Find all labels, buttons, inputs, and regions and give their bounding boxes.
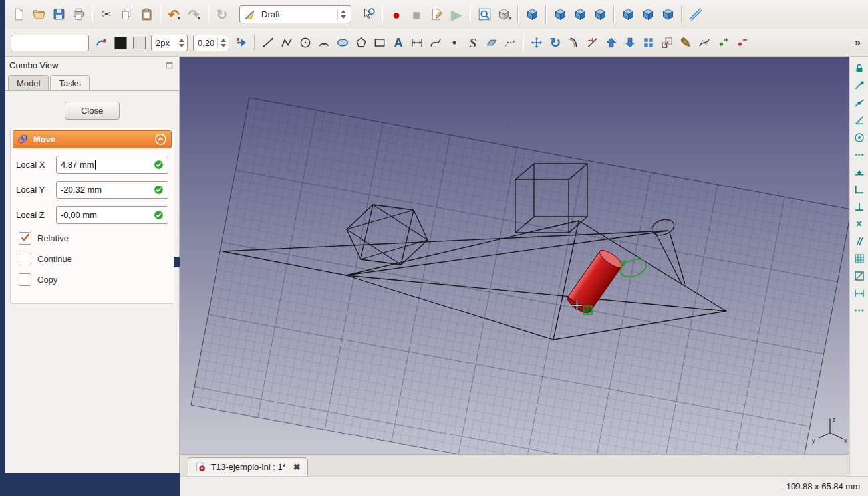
new-document-button[interactable] — [9, 5, 28, 24]
local-y-input[interactable]: -20,32 mm — [56, 181, 168, 199]
command-input[interactable] — [11, 35, 89, 51]
line-width-spinner[interactable]: 2px — [151, 35, 188, 51]
undo-button[interactable]: ↶▾ — [165, 5, 184, 24]
apply-style-button[interactable] — [233, 34, 250, 51]
draft-arc-button[interactable] — [315, 34, 333, 51]
print-document-button[interactable] — [69, 5, 88, 24]
snap-dimensions-button[interactable] — [851, 285, 867, 301]
snap-center-button[interactable] — [851, 130, 867, 145]
draft-upgrade-button[interactable] — [603, 34, 620, 51]
snap-endpoint-button[interactable] — [851, 78, 867, 93]
measure-distance-button[interactable] — [686, 5, 705, 24]
draft-polygon-button[interactable] — [353, 34, 370, 51]
workbench-selector[interactable]: Draft — [239, 5, 351, 23]
close-document-icon[interactable]: ✖ — [293, 462, 301, 472]
local-z-input[interactable]: -0,00 mm — [56, 206, 168, 224]
open-document-button[interactable] — [29, 5, 48, 24]
cut-button[interactable]: ✂ — [97, 5, 116, 24]
tab-tasks[interactable]: Tasks — [50, 75, 89, 91]
snap-angle-button[interactable] — [851, 112, 867, 128]
draft-move-button[interactable] — [528, 34, 545, 51]
panel-float-icon[interactable] — [165, 61, 174, 70]
toolbar-overflow-indicator[interactable]: » — [851, 37, 864, 49]
refresh-button[interactable]: ↻ — [213, 5, 231, 24]
draft-line-button[interactable] — [259, 34, 277, 51]
undo-dropdown-arrow[interactable]: ▾ — [178, 15, 181, 24]
view-bottom-button[interactable] — [639, 5, 657, 24]
move-task-header[interactable]: Move — [13, 130, 172, 148]
view-right-button[interactable] — [591, 5, 609, 24]
view-isometric-button[interactable] — [523, 5, 541, 24]
draft-delete-point-button[interactable] — [733, 34, 750, 51]
redo-button[interactable]: ↷▾ — [185, 5, 204, 24]
snap-near-icon — [853, 166, 865, 178]
draw-style-dropdown-arrow[interactable]: ▾ — [509, 15, 512, 24]
draft-wire-button[interactable] — [278, 34, 295, 51]
snap-intersection-button[interactable]: × — [851, 216, 867, 231]
whats-this-button[interactable] — [359, 5, 378, 24]
viewport-3d[interactable]: z x y — [180, 57, 849, 454]
view-left-button[interactable] — [658, 5, 677, 24]
zoom-fit-all-button[interactable] — [475, 5, 494, 24]
workbench-spin-buttons[interactable] — [337, 9, 349, 20]
copy-button[interactable] — [117, 5, 136, 24]
draft-edit-button[interactable]: ✎ — [677, 34, 694, 51]
draft-add-point-button[interactable] — [714, 34, 732, 51]
local-x-input[interactable]: 4,87 mm — [56, 156, 168, 174]
draft-facebinder-button[interactable] — [483, 34, 500, 51]
macro-play-button[interactable]: ▶ — [447, 5, 466, 24]
snap-extension-button[interactable] — [851, 147, 867, 162]
line-color-button[interactable] — [112, 34, 129, 51]
document-tab[interactable]: T13-ejemplo-ini : 1* ✖ — [188, 457, 308, 476]
panel-splitter-handle[interactable] — [174, 257, 180, 267]
text-scale-spinner[interactable]: 0,20 — [193, 35, 229, 51]
draft-point-button[interactable] — [446, 34, 463, 51]
draft-ellipse-button[interactable] — [334, 34, 351, 51]
face-color-button[interactable] — [130, 34, 148, 51]
paste-button[interactable] — [137, 5, 156, 24]
draft-downgrade-button[interactable] — [621, 34, 639, 51]
draft-wire-to-bspline-button[interactable] — [696, 34, 713, 51]
save-document-button[interactable] — [49, 5, 68, 24]
snap-near-button[interactable] — [851, 164, 867, 180]
snap-workingplane-button[interactable] — [851, 268, 867, 283]
draw-style-button[interactable]: ▾ — [495, 5, 513, 24]
snap-perpendicular-button[interactable] — [851, 199, 867, 214]
view-front-button[interactable] — [551, 5, 569, 24]
continue-checkbox[interactable] — [19, 253, 31, 265]
toolbar-separator — [382, 6, 383, 23]
task-close-button[interactable]: Close — [65, 102, 120, 120]
macro-stop-button[interactable]: ■ — [407, 5, 426, 24]
snap-lock-button[interactable] — [851, 61, 867, 76]
draft-dimension-button[interactable] — [408, 34, 426, 51]
draft-rotate-button[interactable]: ↻ — [547, 34, 564, 51]
macro-record-button[interactable]: ● — [387, 5, 406, 24]
draft-bspline-button[interactable] — [427, 34, 444, 51]
collapse-task-icon[interactable] — [154, 133, 167, 146]
copy-checkbox[interactable] — [19, 273, 31, 286]
autogroup-button[interactable] — [93, 34, 110, 51]
draft-shapestring-button[interactable]: S — [464, 34, 482, 51]
view-top-button[interactable] — [571, 5, 589, 24]
snap-special-button[interactable]: ⋯ — [851, 303, 867, 318]
draft-array-button[interactable] — [640, 34, 657, 51]
snap-parallel-button[interactable] — [851, 233, 867, 249]
draft-text-button[interactable]: A — [390, 34, 407, 51]
line-width-spin-buttons[interactable] — [176, 37, 187, 49]
macro-edit-button[interactable] — [427, 5, 446, 24]
relative-checkbox[interactable] — [19, 232, 31, 245]
tab-model[interactable]: Model — [8, 75, 49, 90]
move-task-icon — [17, 134, 29, 145]
snap-midpoint-button[interactable] — [851, 95, 867, 110]
draft-circle-button[interactable] — [297, 34, 314, 51]
draft-offset-button[interactable] — [565, 34, 583, 51]
view-rear-button[interactable] — [619, 5, 637, 24]
draft-bezier-button[interactable] — [502, 34, 519, 51]
snap-ortho-button[interactable] — [851, 182, 867, 197]
text-scale-spin-buttons[interactable] — [217, 37, 229, 49]
snap-grid-button[interactable] — [851, 251, 867, 266]
draft-scale-button[interactable] — [658, 34, 676, 51]
draft-trimex-button[interactable] — [584, 34, 601, 51]
draft-rectangle-button[interactable] — [371, 34, 388, 51]
redo-dropdown-arrow[interactable]: ▾ — [198, 15, 201, 24]
